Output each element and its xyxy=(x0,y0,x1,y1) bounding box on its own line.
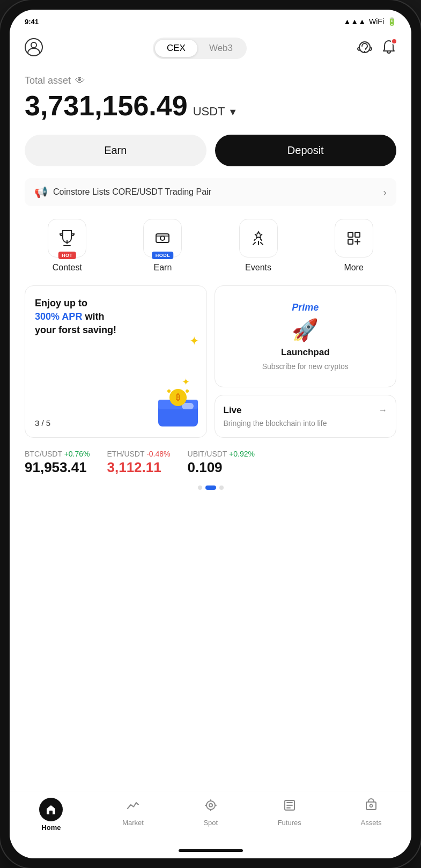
svg-rect-16 xyxy=(49,811,53,814)
bottom-nav: Home Market Spot xyxy=(10,791,411,842)
wallet-illustration: ✦ ₿ xyxy=(154,376,202,432)
futures-icon xyxy=(282,798,297,816)
web3-tab[interactable]: Web3 xyxy=(197,40,245,57)
prime-label: Prime xyxy=(292,302,319,313)
ticker-btc[interactable]: BTC/USDT +0.76% 91,953.41 xyxy=(25,450,90,476)
right-cards: Prime 🚀 Launchpad Subscribe for new cryp… xyxy=(215,285,397,438)
quick-menu: HOT Contest HODL Earn xyxy=(25,219,396,273)
cards-grid: Enjoy up to 300% APR with your forst sav… xyxy=(25,285,396,438)
deposit-button[interactable]: Deposit xyxy=(215,135,397,166)
home-icon xyxy=(39,798,63,821)
dot-3 xyxy=(219,486,224,490)
market-label: Market xyxy=(122,819,144,827)
hodl-badge: HODL xyxy=(152,252,174,259)
svg-point-14 xyxy=(167,389,171,393)
megaphone-icon: 📢 xyxy=(34,186,48,198)
futures-label: Futures xyxy=(278,819,301,827)
status-bar: 9:41 ▲▲▲ WiFi 🔋 xyxy=(10,10,411,33)
announcement-bar[interactable]: 📢 Coinstore Lists CORE/USDT Trading Pair… xyxy=(25,178,396,206)
nav-assets[interactable]: Assets xyxy=(361,798,382,832)
quick-item-more[interactable]: More xyxy=(313,219,394,273)
wallet-svg: ₿ xyxy=(154,384,202,432)
time: 9:41 xyxy=(25,18,39,26)
promo-card[interactable]: Enjoy up to 300% APR with your forst sav… xyxy=(25,285,207,438)
quick-item-events[interactable]: Events xyxy=(218,219,299,273)
live-arrow: → xyxy=(379,406,387,415)
launchpad-title: Launchpad xyxy=(281,347,330,358)
ticker-ubit[interactable]: UBIT/USDT +0.92% 0.109 xyxy=(188,450,255,476)
signal-icon: ▲▲▲ xyxy=(343,17,366,26)
eye-icon[interactable]: 👁 xyxy=(75,75,85,86)
svg-point-21 xyxy=(370,805,373,807)
contest-label: Contest xyxy=(53,263,82,273)
events-label: Events xyxy=(245,263,271,273)
svg-text:₿: ₿ xyxy=(176,393,180,402)
cex-tab[interactable]: CEX xyxy=(155,40,197,57)
assets-label: Assets xyxy=(361,819,382,827)
home-indicator xyxy=(10,842,411,858)
rocket-icon: 🚀 xyxy=(292,318,319,343)
market-icon xyxy=(125,798,141,816)
battery-icon: 🔋 xyxy=(387,17,396,26)
nav-futures[interactable]: Futures xyxy=(278,798,301,832)
exchange-toggle[interactable]: CEX Web3 xyxy=(153,38,247,59)
nav-home[interactable]: Home xyxy=(39,798,63,832)
home-label: Home xyxy=(41,823,61,832)
launchpad-card[interactable]: Prime 🚀 Launchpad Subscribe for new cryp… xyxy=(215,285,397,387)
svg-rect-8 xyxy=(348,239,353,244)
support-icon[interactable] xyxy=(357,39,373,57)
hot-badge: HOT xyxy=(58,252,76,259)
ubit-price: 0.109 xyxy=(188,459,255,476)
action-buttons: Earn Deposit xyxy=(25,135,396,166)
notification-icon[interactable] xyxy=(381,39,396,57)
svg-point-17 xyxy=(206,801,215,810)
total-amount: 3,731,156.49 USDT ▼ xyxy=(25,90,396,122)
eth-pair-label: ETH/USDT -0.48% xyxy=(107,450,171,458)
currency-dropdown-icon: ▼ xyxy=(228,107,238,117)
ticker-eth[interactable]: ETH/USDT -0.48% 3,112.11 xyxy=(107,450,171,476)
eth-price: 3,112.11 xyxy=(107,459,171,476)
ubit-pair-label: UBIT/USDT +0.92% xyxy=(188,450,255,458)
bottom-spacer xyxy=(25,490,396,499)
wifi-icon: WiFi xyxy=(369,17,384,26)
svg-rect-4 xyxy=(156,234,169,242)
svg-rect-7 xyxy=(355,232,360,237)
live-title: Live xyxy=(224,405,242,416)
events-icon xyxy=(239,219,278,258)
dot-indicator xyxy=(25,486,396,490)
header: CEX Web3 xyxy=(10,33,411,65)
live-card[interactable]: Live → Bringing the blockchain into life xyxy=(215,395,397,438)
earn-icon: HODL xyxy=(143,219,182,258)
main-content: Total asset 👁 3,731,156.49 USDT ▼ Earn D… xyxy=(10,65,411,791)
btc-pair-label: BTC/USDT +0.76% xyxy=(25,450,90,458)
spot-label: Spot xyxy=(203,819,218,827)
profile-icon[interactable] xyxy=(25,38,43,58)
currency-label[interactable]: USDT ▼ xyxy=(193,105,238,119)
status-icons: ▲▲▲ WiFi 🔋 xyxy=(343,17,396,26)
ticker-bar: BTC/USDT +0.76% 91,953.41 ETH/USDT -0.48… xyxy=(25,450,396,478)
dot-2 xyxy=(205,486,216,490)
announcement-chevron: › xyxy=(383,186,387,198)
spot-icon xyxy=(203,798,218,816)
sparkles-decoration: ✦ xyxy=(189,334,199,348)
announcement-content: 📢 Coinstore Lists CORE/USDT Trading Pair xyxy=(34,186,211,198)
total-asset-label: Total asset 👁 xyxy=(25,75,396,86)
svg-point-18 xyxy=(209,804,212,807)
svg-point-5 xyxy=(160,236,165,240)
svg-point-15 xyxy=(186,389,189,393)
dot-1 xyxy=(198,486,202,490)
page-indicator: 3 / 5 xyxy=(35,418,50,428)
contest-icon: HOT xyxy=(48,219,86,258)
quick-item-earn[interactable]: HODL Earn xyxy=(122,219,203,273)
quick-item-contest[interactable]: HOT Contest xyxy=(27,219,108,273)
launchpad-subtitle: Subscribe for new cryptos xyxy=(262,362,349,371)
nav-spot[interactable]: Spot xyxy=(203,798,218,832)
live-card-header: Live → xyxy=(224,405,388,416)
nav-market[interactable]: Market xyxy=(122,798,144,832)
announcement-text: Coinstore Lists CORE/USDT Trading Pair xyxy=(53,187,211,197)
live-subtitle: Bringing the blockchain into life xyxy=(224,419,388,428)
svg-rect-6 xyxy=(348,232,353,237)
earn-button[interactable]: Earn xyxy=(25,135,206,166)
header-icons xyxy=(357,39,396,57)
svg-point-3 xyxy=(364,51,365,52)
